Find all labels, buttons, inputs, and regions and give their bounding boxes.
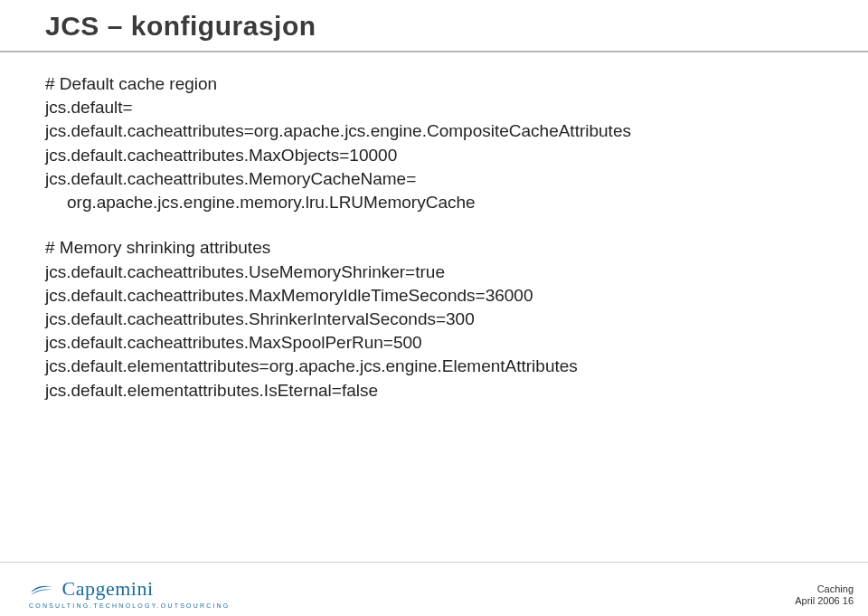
footer-topic: Caching [795, 583, 854, 595]
code-line: org.apache.jcs.engine.memory.lru.LRUMemo… [45, 191, 832, 214]
code-block: # Default cache regionjcs.default=jcs.de… [45, 72, 832, 214]
slide-body: # Default cache regionjcs.default=jcs.de… [45, 72, 832, 424]
code-line: jcs.default.elementattributes=org.apache… [45, 355, 832, 378]
title-underline [0, 51, 868, 52]
code-line: jcs.default.cacheattributes.MaxSpoolPerR… [45, 331, 832, 355]
code-line: jcs.default= [45, 96, 832, 119]
footer-right: Caching April 2006 16 [795, 583, 854, 607]
logo-name: Capgemini [61, 577, 153, 600]
code-line: # Default cache region [45, 72, 832, 96]
code-line: jcs.default.cacheattributes.MaxMemoryIdl… [45, 284, 832, 308]
company-logo: Capgemini CONSULTING.TECHNOLOGY.OUTSOURC… [29, 577, 230, 609]
code-line: jcs.default.cacheattributes.MemoryCacheN… [45, 167, 832, 191]
code-line: jcs.default.cacheattributes.ShrinkerInte… [45, 308, 832, 331]
code-block: # Memory shrinking attributesjcs.default… [45, 236, 832, 403]
footer-date-page: April 2006 16 [795, 595, 854, 607]
code-line: jcs.default.cacheattributes.UseMemoryShr… [45, 261, 832, 284]
code-line: jcs.default.cacheattributes.MaxObjects=1… [45, 144, 832, 167]
code-line: # Memory shrinking attributes [45, 236, 832, 260]
slide-footer: Capgemini CONSULTING.TECHNOLOGY.OUTSOURC… [0, 562, 868, 616]
logo-tagline: CONSULTING.TECHNOLOGY.OUTSOURCING [29, 602, 230, 609]
logo-swoosh-icon [29, 582, 54, 602]
slide-title: JCS – konfigurasjon [45, 11, 316, 42]
code-line: jcs.default.elementattributes.IsEternal=… [45, 379, 832, 403]
code-line: jcs.default.cacheattributes=org.apache.j… [45, 119, 832, 143]
